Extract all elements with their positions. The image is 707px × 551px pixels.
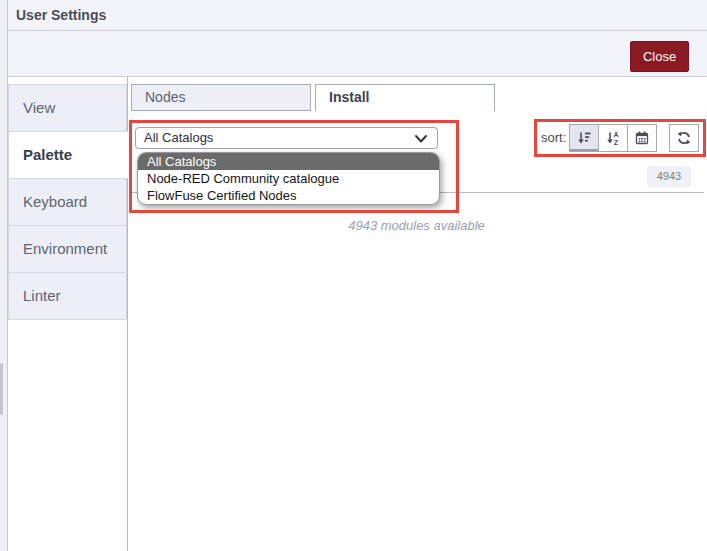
- catalog-dropdown-list: All Catalogs Node-RED Community catalogu…: [137, 152, 440, 205]
- svg-text:Z: Z: [614, 139, 619, 146]
- sort-alphabetical-button[interactable]: A Z: [598, 124, 628, 152]
- refresh-icon: [676, 130, 692, 146]
- tab-nodes[interactable]: Nodes: [131, 84, 311, 111]
- background-scrollbar: [0, 363, 3, 415]
- catalog-select-value: All Catalogs: [144, 128, 213, 148]
- dialog-panel: User Settings Close View Palette Keyboar…: [7, 0, 707, 551]
- close-button[interactable]: Close: [630, 41, 689, 72]
- sidebar-item-view[interactable]: View: [8, 84, 127, 132]
- sort-amount-icon: [576, 130, 592, 146]
- dialog-body: View Palette Keyboard Environment Linter…: [8, 77, 707, 551]
- calendar-icon: [634, 130, 650, 146]
- svg-text:A: A: [613, 131, 618, 138]
- chevron-down-icon: [414, 134, 428, 144]
- sort-relevance-button[interactable]: [569, 124, 599, 152]
- sidebar-item-linter[interactable]: Linter: [8, 272, 127, 320]
- sort-button-group: A Z: [569, 124, 657, 152]
- sort-recent-button[interactable]: [627, 124, 657, 152]
- catalog-option-flowfuse[interactable]: FlowFuse Certified Nodes: [138, 187, 439, 204]
- dialog-toolbar: Close: [8, 31, 707, 77]
- catalog-select[interactable]: All Catalogs: [135, 127, 438, 149]
- page-background-strip: [0, 0, 7, 551]
- catalog-option-community[interactable]: Node-RED Community catalogue: [138, 170, 439, 187]
- refresh-catalog-button[interactable]: [669, 124, 699, 152]
- user-settings-dialog: User Settings Close View Palette Keyboar…: [0, 0, 707, 551]
- dialog-header: User Settings: [8, 0, 707, 31]
- modules-available-text: 4943 modules available: [129, 218, 704, 233]
- sort-alpha-icon: A Z: [605, 130, 621, 146]
- module-count-badge: 4943: [647, 166, 691, 187]
- sidebar-item-palette[interactable]: Palette: [8, 131, 128, 179]
- tab-install[interactable]: Install: [315, 84, 495, 111]
- page-title: User Settings: [16, 0, 106, 30]
- sidebar-item-environment[interactable]: Environment: [8, 225, 127, 273]
- sidebar-item-keyboard[interactable]: Keyboard: [8, 178, 127, 226]
- catalog-option-all[interactable]: All Catalogs: [138, 153, 439, 170]
- sort-label: sort:: [541, 124, 566, 152]
